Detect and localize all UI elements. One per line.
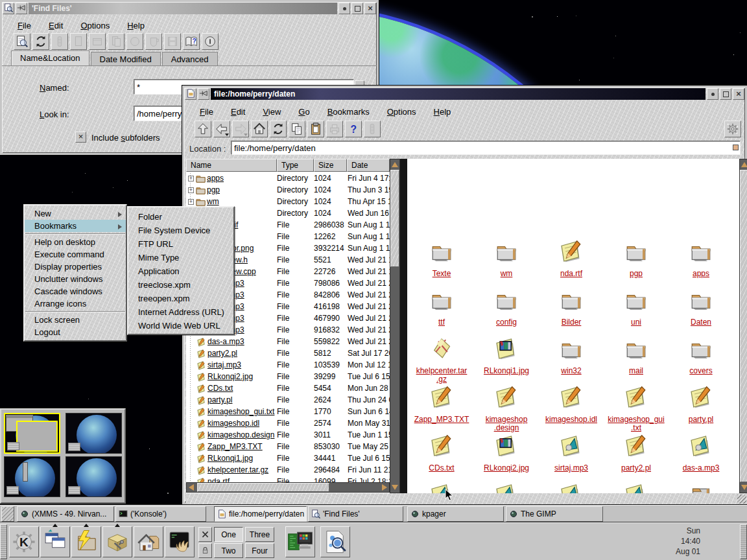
- panel-clock[interactable]: Sun 14:40 Aug 01: [629, 526, 700, 557]
- file-icon-image-icon[interactable]: [493, 336, 519, 362]
- file-icon-note-icon[interactable]: [558, 384, 584, 410]
- kpager-window[interactable]: [0, 408, 126, 504]
- kfm-stop-button[interactable]: [364, 121, 381, 137]
- launcher-popup-arrow-icon[interactable]: [115, 524, 120, 527]
- file-icon-sound-icon[interactable]: [688, 433, 714, 459]
- table-row[interactable]: +appsDirectory1024Fri Jun 4 17:2: [186, 173, 390, 185]
- file-name[interactable]: CDs.txt: [208, 384, 233, 393]
- kfm-menu-options[interactable]: Options: [387, 107, 416, 117]
- pager-desktop-3[interactable]: [4, 456, 60, 497]
- file-icon-label[interactable]: config: [474, 318, 539, 327]
- file-icon-note-icon[interactable]: [429, 433, 455, 459]
- column-header-date[interactable]: Date: [347, 159, 390, 172]
- file-icon-note-icon[interactable]: [429, 384, 455, 410]
- file-icon-label[interactable]: Zapp_MP3.TXT: [409, 415, 474, 424]
- launcher-konsole[interactable]: [165, 526, 195, 557]
- kfm-menu-bookmarks[interactable]: Bookmarks: [327, 107, 370, 117]
- launcher-home-directory[interactable]: [134, 526, 163, 557]
- file-icon-folder-icon[interactable]: [623, 287, 649, 313]
- submenu-item-application[interactable]: Application: [128, 264, 233, 277]
- iconview-vertical-scrollbar[interactable]: [739, 159, 747, 493]
- file-icon-folder-icon[interactable]: [429, 287, 455, 313]
- taskbar-button[interactable]: ('Konsole'): [115, 506, 206, 522]
- column-header-type[interactable]: Type: [277, 159, 314, 172]
- scroll-down-icon[interactable]: [392, 485, 398, 490]
- table-row[interactable]: +pgpDirectory1024Thu Jun 3 19: [186, 185, 390, 196]
- file-icon-folder-icon[interactable]: [429, 239, 455, 264]
- file-icon-sound-icon[interactable]: [558, 433, 584, 459]
- scroll-down-icon[interactable]: [741, 485, 747, 490]
- taskbar-button[interactable]: (XMMS - 49. Nirvan...: [17, 506, 114, 522]
- file-name[interactable]: wm: [207, 197, 219, 206]
- file-icon-note-icon[interactable]: [623, 433, 649, 459]
- kfm-forward-button[interactable]: [232, 121, 249, 137]
- file-icon-label[interactable]: Daten: [669, 318, 733, 327]
- tree-expander-icon[interactable]: +: [188, 199, 194, 205]
- file-name[interactable]: apps: [207, 174, 224, 183]
- file-name[interactable]: das-a.mp3: [208, 337, 244, 346]
- submenu-item-ftp-url[interactable]: FTP URL: [128, 237, 233, 250]
- scrollbar-thumb[interactable]: [740, 170, 747, 482]
- desktop-button-one[interactable]: One: [214, 527, 243, 542]
- maximize-button[interactable]: [720, 88, 731, 100]
- kfm-back-button[interactable]: [213, 121, 230, 137]
- file-name[interactable]: sirtaj.mp3: [208, 360, 241, 369]
- kfm-reload-button[interactable]: [270, 121, 287, 137]
- file-name[interactable]: RLkonqi2.jpg: [208, 372, 253, 381]
- kfm-menu-help[interactable]: Help: [434, 107, 451, 117]
- file-icon-folder-icon[interactable]: [558, 287, 584, 313]
- pager-desktop-4[interactable]: [65, 456, 122, 497]
- table-row[interactable]: party2.plFile5812Sat Jul 17 20:: [186, 348, 390, 360]
- submenu-item-internet-address-url-[interactable]: Internet Address (URL): [128, 305, 233, 318]
- table-row[interactable]: party.plFile2624Thu Jun 24 01: [186, 395, 390, 406]
- menu-item-bookmarks[interactable]: Bookmarks: [25, 220, 126, 232]
- menu-item-display-properties[interactable]: Display properties: [25, 261, 126, 273]
- file-name[interactable]: khelpcenter.tar.gz: [208, 465, 268, 474]
- file-icon-label[interactable]: party2.pl: [604, 464, 669, 472]
- kfm-help-button[interactable]: ?: [345, 121, 362, 137]
- submenu-item-treeopen-xpm[interactable]: treeopen.xpm: [128, 291, 233, 305]
- menu-item-cascade-windows[interactable]: Cascade windows: [25, 285, 126, 298]
- window-menu-button[interactable]: [185, 88, 196, 100]
- column-header-size[interactable]: Size: [314, 159, 347, 172]
- file-name[interactable]: pgp: [207, 185, 220, 194]
- table-row[interactable]: RLkonqi2.jpgFile39299Tue Jul 6 15:: [186, 371, 390, 383]
- file-icon-label[interactable]: kimageshop.design: [474, 415, 539, 432]
- file-icon-label[interactable]: nda.rtf: [539, 270, 604, 278]
- kfm-up-button[interactable]: [195, 121, 211, 137]
- table-row[interactable]: kimageshop_gui.txtFile1770Sun Jun 6 14: [186, 406, 390, 418]
- file-icon-folder-icon[interactable]: [558, 336, 584, 362]
- launcher-system-monitor[interactable]: [285, 526, 315, 557]
- file-name[interactable]: kimageshop.design: [208, 430, 274, 439]
- submenu-item-file-system-device[interactable]: File System Device: [128, 223, 233, 237]
- menu-item-lock-screen[interactable]: Lock screen: [25, 314, 126, 326]
- tree-vertical-scrollbar[interactable]: [390, 159, 400, 493]
- desktop-button-three[interactable]: Three: [245, 527, 274, 542]
- desktop-button-two[interactable]: Two: [214, 543, 243, 558]
- file-icon-label[interactable]: sirtaj.mp3: [539, 464, 604, 472]
- file-icon-label[interactable]: wm: [474, 270, 539, 278]
- scroll-right-icon[interactable]: [382, 484, 387, 491]
- kfm-menu-file[interactable]: File: [200, 107, 213, 117]
- file-name[interactable]: kimageshop.idl: [208, 419, 259, 428]
- file-icon-sound-icon[interactable]: [493, 482, 519, 493]
- file-icon-label[interactable]: kimageshop.idl: [539, 415, 604, 424]
- file-icon-label[interactable]: uni: [604, 318, 669, 327]
- launcher-window-list[interactable]: [40, 526, 70, 557]
- kfm-titlebar[interactable]: file:/home/perry/daten ×: [184, 88, 745, 100]
- taskbar-button[interactable]: file:/home/perry/daten: [214, 506, 307, 522]
- kfm-menu-view[interactable]: View: [263, 107, 281, 117]
- pager-desktop-1[interactable]: [4, 413, 60, 454]
- file-icon-label[interactable]: covers: [669, 367, 733, 375]
- file-icon-label[interactable]: mail: [604, 367, 669, 375]
- desktop-button-four[interactable]: Four: [245, 543, 274, 558]
- launcher-k-menu[interactable]: K: [9, 526, 39, 557]
- table-row[interactable]: das-a.mp3File559822Wed Jul 21 21: [186, 336, 390, 348]
- file-icon-note-icon[interactable]: [688, 384, 714, 410]
- resize-grip[interactable]: [737, 495, 746, 504]
- kfm-menu-edit[interactable]: Edit: [231, 107, 245, 117]
- pager-close-button[interactable]: [198, 527, 212, 542]
- scrollbar-thumb[interactable]: [197, 483, 329, 492]
- file-icon-folder-icon[interactable]: [493, 239, 519, 264]
- file-icon-sound-icon[interactable]: [558, 482, 584, 493]
